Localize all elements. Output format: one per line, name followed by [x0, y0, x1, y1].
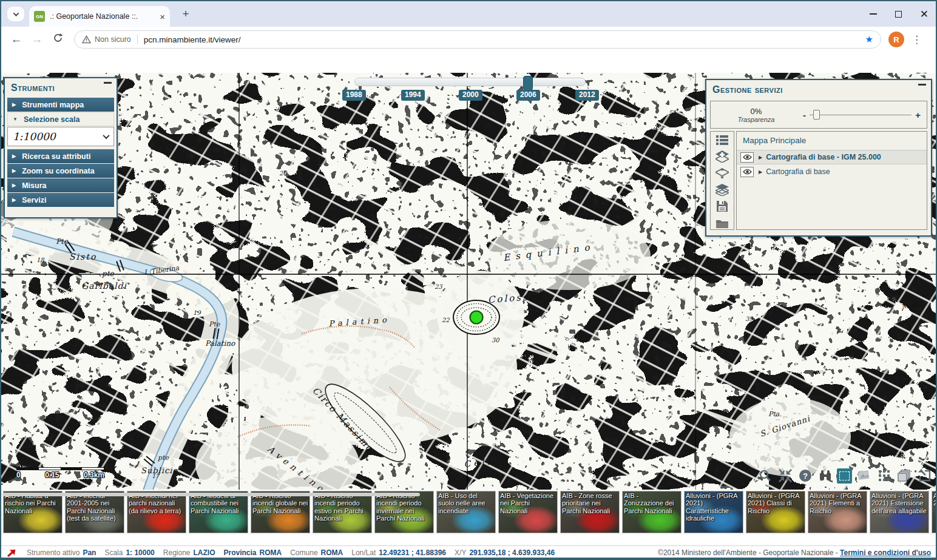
- timeline-year-2006[interactable]: 2006: [516, 90, 540, 101]
- visibility-eye-icon[interactable]: [740, 152, 754, 163]
- layer-thumbnail[interactable]: AIB - Zonizzazione dei Parchi Nazionali: [622, 491, 682, 533]
- layers-icon[interactable]: [715, 184, 729, 196]
- url-text[interactable]: pcn.minambiente.it/viewer/: [144, 35, 241, 44]
- label-pta: Pta.: [768, 410, 782, 418]
- scalebar-mid: 0.15: [45, 471, 59, 479]
- overview-extent-icon[interactable]: [837, 468, 852, 484]
- map-marker[interactable]: [470, 311, 483, 324]
- transparency-plus-button[interactable]: +: [915, 110, 921, 120]
- reload-icon[interactable]: [47, 33, 68, 46]
- folder-icon[interactable]: [715, 217, 729, 229]
- layer-thumbnail[interactable]: AIB - Zone rosse prioritarie nei Parchi …: [560, 491, 620, 533]
- legend-list-icon[interactable]: [715, 134, 729, 146]
- layer-thumbnail[interactable]: AIB - Habitat a rischio nei Parchi Nazio…: [3, 491, 63, 533]
- window-close-icon[interactable]: ✕: [920, 9, 929, 19]
- divider: [137, 35, 138, 44]
- tab-search-button[interactable]: [7, 7, 24, 21]
- accordion-servizi[interactable]: ▶Servizi: [7, 193, 114, 207]
- scale-select[interactable]: 1:10000: [7, 127, 114, 146]
- chevron-right-icon[interactable]: ▶: [759, 169, 762, 175]
- timeline-year-1988[interactable]: 1988: [342, 90, 366, 101]
- profile-avatar[interactable]: R: [888, 32, 904, 47]
- timeline-year-1994[interactable]: 1994: [401, 90, 425, 101]
- transparency-minus-button[interactable]: -: [803, 110, 806, 120]
- tools-panel-minimize-icon[interactable]: [104, 82, 112, 84]
- add-layer-icon[interactable]: [715, 150, 729, 163]
- accordion-selezione-scala[interactable]: ▼Selezione scala: [7, 112, 114, 126]
- services-panel-title: Gestione servizi: [712, 84, 783, 95]
- terms-link[interactable]: Termini e condizioni d'uso: [840, 548, 931, 557]
- back-icon[interactable]: ←: [6, 33, 27, 46]
- status-scale-value: 1: 10000: [126, 548, 154, 557]
- chevron-right-icon: ▶: [12, 102, 16, 107]
- layer-thumbnail-label: AIB - Habitat a rischio nei Parchi Nazio…: [4, 491, 62, 533]
- security-label[interactable]: Non sicuro: [95, 35, 131, 44]
- layer-thumbnail-label: AIB - Incendi nei parchi nazionali (da r…: [127, 491, 186, 533]
- tiles-grid-icon[interactable]: [876, 467, 892, 484]
- layer-thumbnail[interactable]: AIB - Incendi 2001-2005 nei Parchi Nazio…: [65, 491, 124, 533]
- services-panel: Gestione servizi 0% Trasparenza - +: [705, 79, 932, 237]
- status-tool-value: Pan: [83, 548, 96, 557]
- layer-thumbnail[interactable]: Alluvioni - (PGRA 2021) Estensione dell'…: [870, 491, 929, 533]
- visibility-eye-icon[interactable]: [740, 167, 754, 177]
- transparency-slider-handle[interactable]: [813, 110, 820, 120]
- timeline-slider-track[interactable]: [354, 78, 586, 86]
- accordion-misura[interactable]: ▶Misura: [7, 178, 114, 192]
- layer-thumbnail[interactable]: AIB - Uso del suolo nelle aree incendiat…: [436, 491, 496, 533]
- save-icon[interactable]: [715, 200, 729, 212]
- reorder-layers-icon[interactable]: [715, 167, 729, 180]
- svg-text:51: 51: [669, 109, 677, 116]
- svg-text:18: 18: [36, 257, 45, 263]
- accordion-zoom-coordinata[interactable]: ▶Zoom su coordinata: [7, 164, 114, 178]
- gallery-scrollbar[interactable]: [2, 493, 420, 496]
- window-minimize-icon[interactable]: [870, 13, 877, 15]
- transparency-value: 0%: [711, 107, 802, 116]
- timeline-slider-handle[interactable]: [523, 76, 533, 90]
- timeline-year-2000[interactable]: 2000: [459, 90, 482, 101]
- browser-tab[interactable]: GN .: Geoportale Nazionale ::. ×: [29, 6, 170, 27]
- layer-thumbnail-label: AIB - Modelli di combustibile nei Parchi…: [189, 491, 248, 533]
- window-maximize-icon[interactable]: [895, 11, 902, 18]
- address-bar[interactable]: Non sicuro pcn.minambiente.it/viewer/ ★: [74, 30, 881, 49]
- transparency-label: Trasparenza: [711, 116, 802, 123]
- layer-row-igm25000[interactable]: ▶ Cartografia di base - IGM 25.000: [737, 150, 927, 164]
- layer-thumbnail[interactable]: AIB - Vegetazione nei Parchi Nazionali: [498, 491, 558, 533]
- browser-menu-icon[interactable]: ⋮: [912, 33, 922, 46]
- layer-thumbnail[interactable]: Alluvioni - (PGRA 2021): [932, 491, 937, 533]
- label-pte-sublicio-1: pte: [157, 454, 169, 462]
- layer-thumbnail[interactable]: Alluvioni - (PGRA 2021) Elementi a Risch…: [808, 491, 867, 533]
- zoom-extent-icon[interactable]: [777, 467, 793, 484]
- forward-icon[interactable]: →: [27, 33, 47, 46]
- images-layers-icon[interactable]: [856, 467, 872, 484]
- layer-thumbnail[interactable]: AIB - Rischio incendi globale nei Parchi…: [251, 491, 310, 533]
- help-icon[interactable]: ?: [797, 467, 813, 484]
- search-binoculars-icon[interactable]: [817, 467, 833, 484]
- layer-thumbnail[interactable]: AIB - Rischio incendi periodo estivo nei…: [313, 491, 372, 533]
- not-secure-warning-icon: [82, 35, 91, 44]
- layer-thumbnail[interactable]: Alluvioni - (PGRA 2021) Caratteristiche …: [684, 491, 743, 533]
- export-view-icon[interactable]: [916, 467, 932, 484]
- transparency-slider-track[interactable]: [810, 115, 912, 115]
- map-toolbar: ?: [757, 467, 932, 484]
- layer-thumbnail[interactable]: Alluvioni - (PGRA 2021) Classi di Rischi…: [746, 491, 805, 533]
- new-tab-button[interactable]: +: [178, 7, 193, 21]
- accordion-strumenti-mappa[interactable]: ▶Strumenti mappa: [7, 98, 114, 112]
- tab-close-icon[interactable]: ×: [160, 12, 165, 21]
- status-tool-label: Strumento attivo: [27, 548, 79, 557]
- layer-thumbnail[interactable]: AIB - Rischio incendi periodo invernale …: [374, 491, 434, 533]
- layer-thumbnail[interactable]: AIB - Incendi nei parchi nazionali (da r…: [127, 491, 186, 533]
- layer-row-cartografia-base[interactable]: ▶ Cartografia di base: [737, 164, 927, 179]
- layer-thumbnail[interactable]: AIB - Modelli di combustibile nei Parchi…: [189, 491, 248, 533]
- timeline-year-2012[interactable]: 2012: [575, 90, 599, 101]
- tab-title: .: Geoportale Nazionale ::.: [50, 12, 156, 21]
- bookmark-star-icon[interactable]: ★: [865, 34, 873, 45]
- stacked-maps-icon[interactable]: [896, 467, 912, 484]
- layer-thumbnail-label: AIB - Vegetazione nei Parchi Nazionali: [499, 491, 557, 533]
- zoom-tool-icon[interactable]: [757, 467, 773, 484]
- copyright-text: ©2014 Ministero dell'Ambiente - Geoporta…: [658, 548, 838, 557]
- chevron-right-icon[interactable]: ▶: [759, 155, 762, 160]
- services-panel-minimize-icon[interactable]: [918, 84, 926, 86]
- transparency-control: 0% Trasparenza - +: [710, 101, 927, 129]
- accordion-ricerca-attributi[interactable]: ▶Ricerca su attributi: [7, 149, 114, 163]
- browser-titlebar: GN .: Geoportale Nazionale ::. × + ✕: [1, 1, 936, 27]
